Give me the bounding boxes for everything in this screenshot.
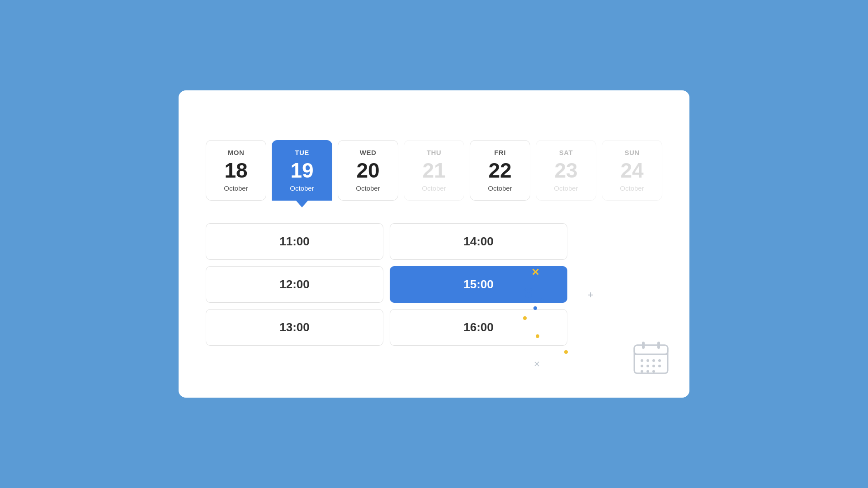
day-number: 18 xyxy=(211,160,261,181)
yellow-x-icon: ✕ xyxy=(531,267,539,278)
time-label: 16:00 xyxy=(463,320,494,334)
month-name: October xyxy=(343,184,393,192)
svg-point-8 xyxy=(658,359,661,362)
time-cell-t1100[interactable]: 11:00 xyxy=(206,223,383,260)
day-number: 21 xyxy=(409,160,459,181)
date-cell-wed[interactable]: WED 20 October xyxy=(338,140,398,201)
svg-point-10 xyxy=(646,365,649,367)
date-cell-fri[interactable]: FRI 22 October xyxy=(470,140,530,201)
day-number: 24 xyxy=(607,160,657,181)
svg-point-14 xyxy=(646,370,649,373)
date-picker-row: MON 18 October TUE 19 October WED 20 Oct… xyxy=(206,140,662,201)
time-cell-t1300[interactable]: 13:00 xyxy=(206,309,383,346)
svg-point-5 xyxy=(641,359,643,362)
svg-point-15 xyxy=(652,370,655,373)
day-name: FRI xyxy=(475,149,525,156)
svg-point-13 xyxy=(641,370,643,373)
svg-point-6 xyxy=(646,359,649,362)
time-label: 14:00 xyxy=(463,235,494,248)
dot-1 xyxy=(527,292,530,296)
day-name: THU xyxy=(409,149,459,156)
month-name: October xyxy=(475,184,525,192)
dot-5 xyxy=(536,334,539,338)
day-number: 20 xyxy=(343,160,393,181)
time-cell-t1600[interactable]: 16:00 xyxy=(390,309,567,346)
time-cell-t1400[interactable]: 14:00 xyxy=(390,223,567,260)
dot-6 xyxy=(564,350,568,354)
month-name: October xyxy=(409,184,459,192)
svg-point-12 xyxy=(658,365,661,367)
time-label: 12:00 xyxy=(279,277,310,291)
month-name: October xyxy=(607,184,657,192)
day-name: SAT xyxy=(541,149,591,156)
day-name: TUE xyxy=(277,149,327,156)
time-cell-t1500[interactable]: 15:00 xyxy=(390,266,567,303)
month-name: October xyxy=(211,184,261,192)
day-name: MON xyxy=(211,149,261,156)
day-name: WED xyxy=(343,149,393,156)
day-name: SUN xyxy=(607,149,657,156)
date-cell-thu: THU 21 October xyxy=(404,140,464,201)
date-cell-tue[interactable]: TUE 19 October xyxy=(272,140,332,201)
dot-2 xyxy=(540,298,544,302)
date-cell-sun: SUN 24 October xyxy=(602,140,662,201)
time-cell-t1200[interactable]: 12:00 xyxy=(206,266,383,303)
month-name: October xyxy=(541,184,591,192)
day-number: 23 xyxy=(541,160,591,181)
svg-point-7 xyxy=(652,359,655,362)
time-label: 13:00 xyxy=(279,320,310,334)
dot-4 xyxy=(523,316,527,320)
calendar-icon xyxy=(631,337,671,380)
time-grid: 11:0014:0012:0015:0013:0016:00 xyxy=(206,223,567,346)
date-cell-mon[interactable]: MON 18 October xyxy=(206,140,266,201)
dot-3 xyxy=(533,306,537,310)
main-card: MON 18 October TUE 19 October WED 20 Oct… xyxy=(179,90,689,398)
time-label: 11:00 xyxy=(279,235,310,248)
date-cell-sat: SAT 23 October xyxy=(536,140,596,201)
month-name: October xyxy=(277,184,327,192)
svg-point-9 xyxy=(641,365,643,367)
day-number: 22 xyxy=(475,160,525,181)
svg-rect-3 xyxy=(642,342,645,349)
gray-x-icon: ✕ xyxy=(533,359,540,369)
time-label: 15:00 xyxy=(463,277,494,291)
day-number: 19 xyxy=(277,160,327,181)
svg-rect-1 xyxy=(634,345,668,354)
plus-icon: + xyxy=(588,289,594,301)
svg-point-11 xyxy=(652,365,655,367)
svg-rect-4 xyxy=(657,342,660,349)
